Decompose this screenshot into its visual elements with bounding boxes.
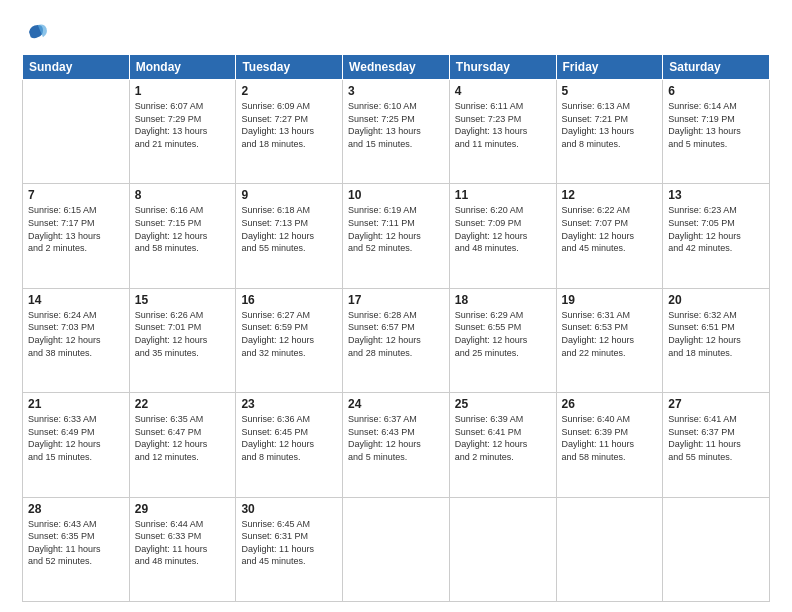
day-info: Sunrise: 6:18 AM Sunset: 7:13 PM Dayligh…: [241, 204, 337, 254]
day-info: Sunrise: 6:24 AM Sunset: 7:03 PM Dayligh…: [28, 309, 124, 359]
calendar-header-monday: Monday: [129, 55, 236, 80]
day-number: 4: [455, 84, 551, 98]
calendar-cell: 1Sunrise: 6:07 AM Sunset: 7:29 PM Daylig…: [129, 80, 236, 184]
calendar-cell: 16Sunrise: 6:27 AM Sunset: 6:59 PM Dayli…: [236, 288, 343, 392]
day-info: Sunrise: 6:11 AM Sunset: 7:23 PM Dayligh…: [455, 100, 551, 150]
calendar-table: SundayMondayTuesdayWednesdayThursdayFrid…: [22, 54, 770, 602]
calendar-cell: 28Sunrise: 6:43 AM Sunset: 6:35 PM Dayli…: [23, 497, 130, 601]
calendar-cell: 11Sunrise: 6:20 AM Sunset: 7:09 PM Dayli…: [449, 184, 556, 288]
calendar-cell: [449, 497, 556, 601]
day-number: 30: [241, 502, 337, 516]
day-number: 11: [455, 188, 551, 202]
day-number: 18: [455, 293, 551, 307]
calendar-header-friday: Friday: [556, 55, 663, 80]
day-info: Sunrise: 6:43 AM Sunset: 6:35 PM Dayligh…: [28, 518, 124, 568]
day-info: Sunrise: 6:13 AM Sunset: 7:21 PM Dayligh…: [562, 100, 658, 150]
day-info: Sunrise: 6:39 AM Sunset: 6:41 PM Dayligh…: [455, 413, 551, 463]
calendar-week-1: 1Sunrise: 6:07 AM Sunset: 7:29 PM Daylig…: [23, 80, 770, 184]
day-number: 13: [668, 188, 764, 202]
calendar-cell: 30Sunrise: 6:45 AM Sunset: 6:31 PM Dayli…: [236, 497, 343, 601]
day-info: Sunrise: 6:44 AM Sunset: 6:33 PM Dayligh…: [135, 518, 231, 568]
day-info: Sunrise: 6:14 AM Sunset: 7:19 PM Dayligh…: [668, 100, 764, 150]
day-info: Sunrise: 6:20 AM Sunset: 7:09 PM Dayligh…: [455, 204, 551, 254]
day-info: Sunrise: 6:26 AM Sunset: 7:01 PM Dayligh…: [135, 309, 231, 359]
day-info: Sunrise: 6:41 AM Sunset: 6:37 PM Dayligh…: [668, 413, 764, 463]
calendar-cell: 8Sunrise: 6:16 AM Sunset: 7:15 PM Daylig…: [129, 184, 236, 288]
calendar-cell: 26Sunrise: 6:40 AM Sunset: 6:39 PM Dayli…: [556, 393, 663, 497]
calendar-cell: 20Sunrise: 6:32 AM Sunset: 6:51 PM Dayli…: [663, 288, 770, 392]
calendar-cell: 10Sunrise: 6:19 AM Sunset: 7:11 PM Dayli…: [343, 184, 450, 288]
day-info: Sunrise: 6:27 AM Sunset: 6:59 PM Dayligh…: [241, 309, 337, 359]
day-number: 28: [28, 502, 124, 516]
calendar-header-row: SundayMondayTuesdayWednesdayThursdayFrid…: [23, 55, 770, 80]
calendar-cell: 27Sunrise: 6:41 AM Sunset: 6:37 PM Dayli…: [663, 393, 770, 497]
day-number: 22: [135, 397, 231, 411]
calendar-cell: 15Sunrise: 6:26 AM Sunset: 7:01 PM Dayli…: [129, 288, 236, 392]
calendar-cell: [23, 80, 130, 184]
calendar-cell: 9Sunrise: 6:18 AM Sunset: 7:13 PM Daylig…: [236, 184, 343, 288]
calendar-week-3: 14Sunrise: 6:24 AM Sunset: 7:03 PM Dayli…: [23, 288, 770, 392]
day-info: Sunrise: 6:45 AM Sunset: 6:31 PM Dayligh…: [241, 518, 337, 568]
day-info: Sunrise: 6:31 AM Sunset: 6:53 PM Dayligh…: [562, 309, 658, 359]
day-info: Sunrise: 6:36 AM Sunset: 6:45 PM Dayligh…: [241, 413, 337, 463]
calendar-page: SundayMondayTuesdayWednesdayThursdayFrid…: [0, 0, 792, 612]
calendar-cell: [343, 497, 450, 601]
calendar-header-wednesday: Wednesday: [343, 55, 450, 80]
day-number: 29: [135, 502, 231, 516]
day-number: 5: [562, 84, 658, 98]
calendar-week-5: 28Sunrise: 6:43 AM Sunset: 6:35 PM Dayli…: [23, 497, 770, 601]
day-info: Sunrise: 6:22 AM Sunset: 7:07 PM Dayligh…: [562, 204, 658, 254]
day-number: 10: [348, 188, 444, 202]
day-number: 21: [28, 397, 124, 411]
calendar-cell: 25Sunrise: 6:39 AM Sunset: 6:41 PM Dayli…: [449, 393, 556, 497]
header: [22, 18, 770, 46]
day-info: Sunrise: 6:09 AM Sunset: 7:27 PM Dayligh…: [241, 100, 337, 150]
day-number: 25: [455, 397, 551, 411]
calendar-header-sunday: Sunday: [23, 55, 130, 80]
logo: [22, 18, 54, 46]
calendar-cell: 21Sunrise: 6:33 AM Sunset: 6:49 PM Dayli…: [23, 393, 130, 497]
calendar-cell: 7Sunrise: 6:15 AM Sunset: 7:17 PM Daylig…: [23, 184, 130, 288]
calendar-cell: [663, 497, 770, 601]
calendar-cell: 13Sunrise: 6:23 AM Sunset: 7:05 PM Dayli…: [663, 184, 770, 288]
day-info: Sunrise: 6:37 AM Sunset: 6:43 PM Dayligh…: [348, 413, 444, 463]
calendar-week-2: 7Sunrise: 6:15 AM Sunset: 7:17 PM Daylig…: [23, 184, 770, 288]
day-number: 3: [348, 84, 444, 98]
day-number: 15: [135, 293, 231, 307]
day-number: 7: [28, 188, 124, 202]
calendar-cell: 12Sunrise: 6:22 AM Sunset: 7:07 PM Dayli…: [556, 184, 663, 288]
day-info: Sunrise: 6:07 AM Sunset: 7:29 PM Dayligh…: [135, 100, 231, 150]
calendar-cell: 3Sunrise: 6:10 AM Sunset: 7:25 PM Daylig…: [343, 80, 450, 184]
day-number: 12: [562, 188, 658, 202]
day-number: 20: [668, 293, 764, 307]
calendar-header-tuesday: Tuesday: [236, 55, 343, 80]
calendar-cell: 4Sunrise: 6:11 AM Sunset: 7:23 PM Daylig…: [449, 80, 556, 184]
calendar-cell: 22Sunrise: 6:35 AM Sunset: 6:47 PM Dayli…: [129, 393, 236, 497]
day-number: 14: [28, 293, 124, 307]
day-number: 17: [348, 293, 444, 307]
calendar-cell: 17Sunrise: 6:28 AM Sunset: 6:57 PM Dayli…: [343, 288, 450, 392]
calendar-cell: 18Sunrise: 6:29 AM Sunset: 6:55 PM Dayli…: [449, 288, 556, 392]
day-number: 1: [135, 84, 231, 98]
day-number: 27: [668, 397, 764, 411]
day-number: 6: [668, 84, 764, 98]
day-number: 24: [348, 397, 444, 411]
day-info: Sunrise: 6:32 AM Sunset: 6:51 PM Dayligh…: [668, 309, 764, 359]
day-info: Sunrise: 6:29 AM Sunset: 6:55 PM Dayligh…: [455, 309, 551, 359]
day-number: 16: [241, 293, 337, 307]
calendar-cell: 19Sunrise: 6:31 AM Sunset: 6:53 PM Dayli…: [556, 288, 663, 392]
day-number: 19: [562, 293, 658, 307]
day-info: Sunrise: 6:40 AM Sunset: 6:39 PM Dayligh…: [562, 413, 658, 463]
calendar-cell: 2Sunrise: 6:09 AM Sunset: 7:27 PM Daylig…: [236, 80, 343, 184]
calendar-cell: 23Sunrise: 6:36 AM Sunset: 6:45 PM Dayli…: [236, 393, 343, 497]
day-info: Sunrise: 6:15 AM Sunset: 7:17 PM Dayligh…: [28, 204, 124, 254]
calendar-cell: 6Sunrise: 6:14 AM Sunset: 7:19 PM Daylig…: [663, 80, 770, 184]
day-number: 2: [241, 84, 337, 98]
day-info: Sunrise: 6:19 AM Sunset: 7:11 PM Dayligh…: [348, 204, 444, 254]
logo-icon: [22, 18, 50, 46]
calendar-header-saturday: Saturday: [663, 55, 770, 80]
calendar-cell: [556, 497, 663, 601]
day-number: 8: [135, 188, 231, 202]
calendar-cell: 5Sunrise: 6:13 AM Sunset: 7:21 PM Daylig…: [556, 80, 663, 184]
day-info: Sunrise: 6:35 AM Sunset: 6:47 PM Dayligh…: [135, 413, 231, 463]
